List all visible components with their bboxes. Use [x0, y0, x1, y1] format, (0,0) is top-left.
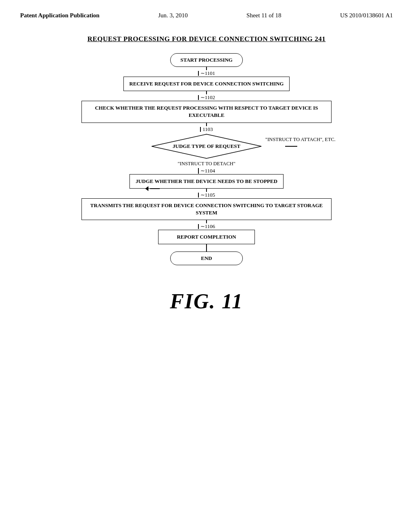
- node-check-executable: CHECK WHETHER THE REQUEST PROCESSING WIT…: [81, 101, 332, 123]
- step-1102: ∼1102: [200, 94, 215, 101]
- end-node: END: [170, 251, 243, 265]
- connector: [206, 244, 207, 251]
- connector: [206, 220, 207, 223]
- page-header: Patent Application Publication Jun. 3, 2…: [0, 0, 413, 23]
- figure-label: FIG. 11: [170, 289, 243, 313]
- main-content: REQUEST PROCESSING FOR DEVICE CONNECTION…: [0, 23, 413, 325]
- instruct-detach-label: "INSTRUCT TO DETACH": [177, 161, 235, 167]
- connector: [198, 71, 199, 76]
- connector: [198, 168, 199, 174]
- connector: [206, 91, 207, 94]
- node-receive-request: RECEIVE REQUEST FOR DEVICE CONNECTION SW…: [123, 77, 290, 91]
- instruct-attach-label: "INSTRUCT TO ATTACH", ETC.: [265, 137, 336, 143]
- start-node: START PROCESSING: [170, 53, 243, 67]
- patent-label: US 2010/0138601 A1: [340, 12, 393, 19]
- connector: [198, 193, 199, 197]
- step-1106: ∼1106: [200, 223, 215, 230]
- step-1104: ∼1104: [200, 168, 215, 174]
- publication-label: Patent Application Publication: [20, 12, 100, 19]
- connector: [200, 127, 201, 132]
- sheet-label: Sheet 11 of 18: [246, 12, 282, 19]
- connector: [206, 189, 207, 192]
- node-judge-type-label: JUDGE TYPE OF REQUEST: [173, 143, 240, 150]
- step-1101: ∼1101: [200, 70, 215, 77]
- connector: [198, 95, 199, 100]
- connector: [198, 224, 199, 229]
- connector: [206, 123, 207, 126]
- diagram-title: REQUEST PROCESSING FOR DEVICE CONNECTION…: [88, 35, 326, 43]
- step-1103: 1103: [202, 126, 213, 133]
- node-report-completion: REPORT COMPLETION: [158, 230, 255, 244]
- step-1105: ∼1105: [200, 192, 215, 198]
- date-label: Jun. 3, 2010: [158, 12, 188, 19]
- connector: [206, 67, 207, 70]
- node-judge-stop: JUDGE WHETHER THE DEVICE NEEDS TO BE STO…: [129, 174, 284, 189]
- node-transmit-request: TRANSMITS THE REQUEST FOR DEVICE CONNECT…: [81, 198, 332, 220]
